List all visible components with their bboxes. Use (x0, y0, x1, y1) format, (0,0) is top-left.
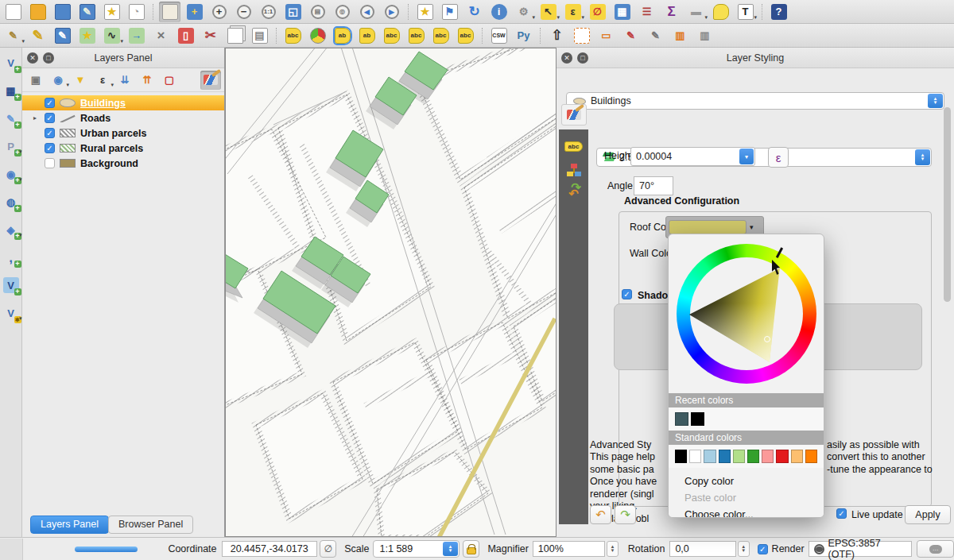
field-calculator-icon[interactable]: ☰ (636, 2, 657, 22)
add-virtual-layer-icon[interactable]: V (1, 275, 21, 295)
mouse-tracking-icon[interactable]: ∅ (320, 540, 336, 558)
close-icon[interactable]: ✕ (561, 52, 572, 64)
color-swatch[interactable] (762, 450, 774, 463)
new-composer-icon[interactable]: ★ (101, 2, 122, 22)
style-doc-export-icon[interactable]: ▥ (669, 25, 691, 46)
toggle-editing-icon[interactable]: ✎ (27, 25, 48, 46)
color-swatch[interactable] (675, 450, 687, 463)
scale-combo[interactable]: 1:1 589 ▲▼ (373, 540, 460, 558)
show-hidden-labels-icon[interactable]: abc (381, 25, 402, 46)
run-feature-action-icon[interactable]: ⚙ (513, 2, 534, 22)
layer-visibility-checkbox[interactable] (45, 98, 55, 108)
move-feature-icon[interactable]: → (126, 25, 147, 46)
layer-visibility-checkbox[interactable] (45, 128, 55, 138)
expander-icon[interactable]: ▸ (33, 114, 40, 122)
expand-all-icon[interactable]: ⇊ (114, 71, 135, 90)
highlight-pinned-labels-icon[interactable]: abc (282, 25, 304, 46)
collapse-all-icon[interactable]: ⇈ (137, 71, 157, 90)
new-shapefile-layer-icon[interactable]: V (1, 303, 21, 323)
coordinate-input[interactable]: 20.4457,-34.0173 (222, 541, 317, 557)
vertex-tool-icon[interactable]: × (150, 25, 172, 46)
add-feature-icon[interactable]: ★ (76, 25, 98, 46)
zoom-last-icon[interactable]: ◂ (356, 2, 378, 22)
color-swatch[interactable] (805, 450, 817, 463)
color-menu-item[interactable]: Copy color (669, 473, 824, 489)
zoom-to-selection-icon[interactable]: ◎ (332, 2, 353, 22)
color-menu-item[interactable]: Choose color... (669, 506, 824, 518)
panel-tab[interactable]: Browser Panel (108, 516, 193, 534)
combo-arrows-icon[interactable]: ▲▼ (443, 542, 458, 556)
combo-arrows-icon[interactable]: ▲▼ (928, 94, 943, 108)
style-history-tab-icon[interactable]: ↶ (564, 185, 584, 203)
north-arrow-icon[interactable]: ⇧ (546, 25, 568, 46)
layer-row[interactable]: ▸ Roads (22, 110, 224, 126)
color-swatch[interactable] (791, 450, 803, 463)
separator[interactable] (150, 2, 156, 22)
attribute-table-icon[interactable]: ▦ (611, 2, 633, 22)
add-raster-layer-icon[interactable]: ▦ (1, 80, 21, 101)
undo-style-button[interactable]: ↶ (590, 505, 611, 524)
select-by-expression-icon[interactable]: ε (562, 2, 584, 22)
show-hide-labels-icon[interactable]: ab (356, 25, 378, 46)
rotation-input[interactable]: 0,0 (669, 541, 736, 557)
height-input[interactable]: 0.00004 ▾ (630, 147, 755, 166)
layer-visibility-checkbox[interactable] (45, 143, 55, 153)
metasearch-csw-icon[interactable]: CSW (488, 25, 510, 46)
add-wms-layer-icon[interactable]: ◍ (1, 191, 21, 212)
add-delimited-text-icon[interactable]: ✎ (1, 108, 21, 129)
separator[interactable] (405, 2, 411, 22)
separator[interactable] (537, 25, 543, 46)
delete-selected-icon[interactable]: ▯ (175, 25, 196, 46)
data-defined-expression-button[interactable]: ε (768, 147, 789, 168)
redo-style-button[interactable]: ↷ (615, 505, 636, 524)
save-project-as-icon[interactable]: ✎ (76, 2, 98, 22)
color-swatch[interactable] (675, 412, 688, 426)
measure-icon[interactable]: ▬ (685, 2, 707, 22)
height-dropdown-icon[interactable]: ▾ (739, 149, 754, 164)
color-swatch[interactable] (704, 450, 716, 463)
layer-row[interactable]: ▸ Background (22, 156, 224, 171)
magnifier-input[interactable]: 100% (533, 541, 605, 557)
add-circular-string-icon[interactable]: ∿ (101, 25, 122, 46)
color-swatch[interactable] (747, 450, 759, 463)
pin-labels-icon[interactable]: ab (332, 25, 353, 46)
zoom-in-icon[interactable]: + (208, 2, 230, 22)
composer-manager-icon[interactable]: ◔ (126, 2, 147, 22)
combo-arrows-icon[interactable]: ▲▼ (915, 149, 930, 165)
show-bookmarks-icon[interactable]: ⚑ (439, 2, 460, 22)
color-swatch[interactable] (776, 450, 788, 463)
layer-row[interactable]: ▸ Rural parcels (22, 141, 224, 156)
zoom-out-icon[interactable]: − (233, 2, 254, 22)
deselect-features-icon[interactable]: ∅ (587, 2, 608, 22)
labeling-options-icon[interactable] (307, 25, 328, 46)
sketch-tool-icon[interactable]: ✎ (620, 25, 642, 46)
close-icon[interactable]: ✕ (27, 52, 38, 64)
add-group-icon[interactable]: ▣ (25, 71, 46, 90)
vertical-scrollbar[interactable] (944, 107, 951, 302)
move-label-icon[interactable]: abc (405, 25, 427, 46)
zoom-next-icon[interactable]: ▸ (381, 2, 402, 22)
shadow-checkbox[interactable] (622, 289, 632, 299)
help-icon[interactable]: ? (768, 2, 789, 22)
color-wheel[interactable] (669, 234, 824, 393)
open-project-icon[interactable] (27, 2, 48, 22)
float-panel-icon[interactable]: □ (43, 52, 54, 64)
add-spatialite-layer-icon[interactable]: ◉ (1, 164, 21, 184)
current-edits-icon[interactable]: ✎ (2, 25, 24, 46)
map-canvas[interactable] (225, 48, 556, 537)
filter-expression-icon[interactable]: ε (92, 71, 113, 90)
zoom-to-layer-icon[interactable]: ▤ (307, 2, 328, 22)
add-csv-layer-icon[interactable]: , (1, 247, 21, 268)
panel-tab[interactable]: Layers Panel (30, 516, 109, 534)
python-console-icon[interactable]: Py (513, 25, 534, 46)
crs-status-button[interactable]: EPSG:3857 (OTF) (809, 541, 913, 557)
map-tips-icon[interactable] (710, 2, 731, 22)
copy-features-icon[interactable] (224, 25, 246, 46)
zoom-native-icon[interactable]: 1:1 (258, 2, 279, 22)
float-panel-icon[interactable]: □ (577, 52, 588, 64)
save-project-icon[interactable] (52, 2, 73, 22)
statistics-icon[interactable]: Σ (661, 2, 682, 22)
paste-features-icon[interactable]: ▤ (249, 25, 270, 46)
lock-scale-icon[interactable] (463, 540, 479, 558)
filter-legend-icon[interactable]: ▼ (70, 71, 91, 90)
